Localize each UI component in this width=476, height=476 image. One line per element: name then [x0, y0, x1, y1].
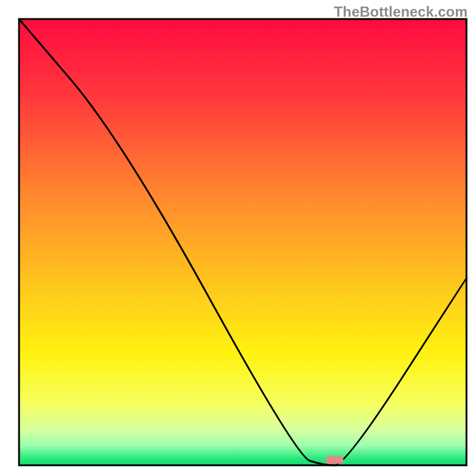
watermark-text: TheBottleneck.com	[334, 4, 468, 20]
bottleneck-chart	[0, 0, 476, 476]
plot-background	[19, 19, 466, 465]
optimum-marker	[325, 456, 343, 464]
